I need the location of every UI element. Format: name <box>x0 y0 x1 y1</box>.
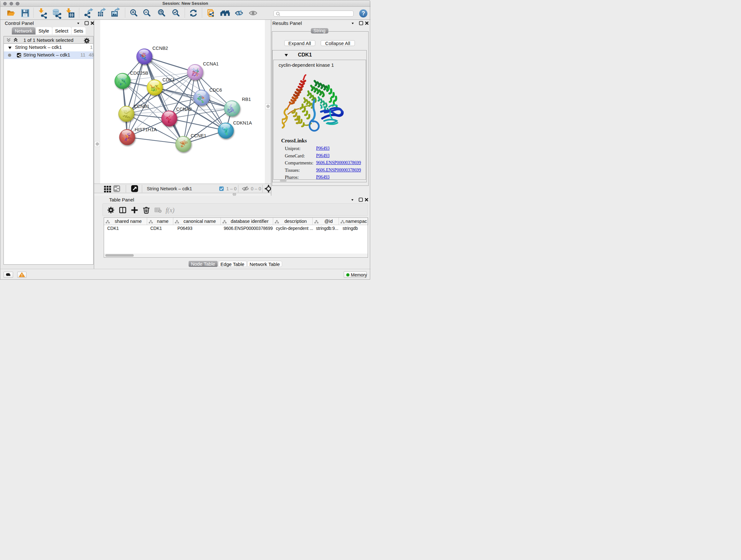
svg-text:?: ? <box>361 10 365 17</box>
svg-text:CDKN1A: CDKN1A <box>233 120 252 125</box>
svg-text:CDC6: CDC6 <box>209 87 222 92</box>
svg-text:CCNB1: CCNB1 <box>134 104 149 109</box>
svg-text:0 – 0: 0 – 0 <box>251 186 261 191</box>
svg-text:f(x): f(x) <box>165 206 175 214</box>
svg-text:CCNA1: CCNA1 <box>203 61 219 66</box>
svg-text:CCNB2: CCNB2 <box>152 46 168 51</box>
svg-text:CCNE1: CCNE1 <box>191 133 206 138</box>
svg-text:CDK1: CDK1 <box>162 77 175 82</box>
svg-text:HIST1H1A: HIST1H1A <box>135 127 157 132</box>
svg-text:String Network – cdk1: String Network – cdk1 <box>147 186 192 191</box>
svg-text:RB1: RB1 <box>242 97 251 102</box>
svg-text:CDC25B: CDC25B <box>130 70 148 75</box>
svg-text:1 – 0: 1 – 0 <box>226 186 237 191</box>
svg-text:CCNA2: CCNA2 <box>176 107 192 112</box>
